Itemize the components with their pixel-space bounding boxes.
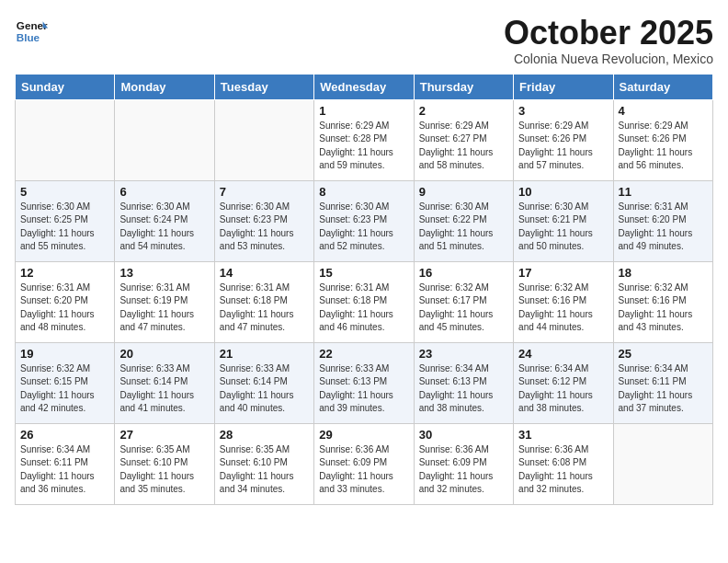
day-info: Sunrise: 6:29 AM Sunset: 6:26 PM Dayligh…: [619, 120, 708, 173]
day-number: 24: [518, 347, 608, 361]
day-info: Sunrise: 6:36 AM Sunset: 6:09 PM Dayligh…: [319, 443, 408, 497]
table-row: 17Sunrise: 6:32 AM Sunset: 6:16 PM Dayli…: [514, 261, 613, 342]
day-info: Sunrise: 6:31 AM Sunset: 6:18 PM Dayligh…: [220, 282, 309, 335]
day-info: Sunrise: 6:30 AM Sunset: 6:23 PM Dayligh…: [220, 201, 309, 254]
table-row: 30Sunrise: 6:36 AM Sunset: 6:09 PM Dayli…: [414, 423, 513, 504]
table-row: 6Sunrise: 6:30 AM Sunset: 6:24 PM Daylig…: [115, 180, 214, 261]
calendar-week-row: 12Sunrise: 6:31 AM Sunset: 6:20 PM Dayli…: [16, 261, 713, 342]
day-number: 26: [20, 428, 109, 442]
day-info: Sunrise: 6:30 AM Sunset: 6:21 PM Dayligh…: [518, 201, 608, 254]
calendar-table: Sunday Monday Tuesday Wednesday Thursday…: [15, 74, 713, 505]
day-number: 22: [319, 347, 408, 361]
day-info: Sunrise: 6:30 AM Sunset: 6:24 PM Dayligh…: [119, 201, 209, 254]
calendar-week-row: 26Sunrise: 6:34 AM Sunset: 6:11 PM Dayli…: [16, 423, 713, 504]
calendar-week-row: 5Sunrise: 6:30 AM Sunset: 6:25 PM Daylig…: [16, 180, 713, 261]
day-number: 29: [319, 428, 408, 442]
col-friday: Friday: [514, 74, 613, 99]
day-number: 28: [220, 428, 309, 442]
table-row: 7Sunrise: 6:30 AM Sunset: 6:23 PM Daylig…: [214, 180, 313, 261]
table-row: 26Sunrise: 6:34 AM Sunset: 6:11 PM Dayli…: [16, 423, 115, 504]
location-subtitle: Colonia Nueva Revolucion, Mexico: [504, 52, 713, 66]
table-row: [214, 99, 313, 180]
day-number: 31: [518, 428, 608, 442]
day-info: Sunrise: 6:36 AM Sunset: 6:08 PM Dayligh…: [518, 443, 608, 497]
day-number: 18: [619, 266, 708, 280]
table-row: [16, 99, 115, 180]
table-row: 22Sunrise: 6:33 AM Sunset: 6:13 PM Dayli…: [314, 342, 414, 423]
day-number: 21: [220, 347, 309, 361]
table-row: [613, 423, 712, 504]
table-row: 3Sunrise: 6:29 AM Sunset: 6:26 PM Daylig…: [514, 99, 613, 180]
table-row: 8Sunrise: 6:30 AM Sunset: 6:23 PM Daylig…: [314, 180, 414, 261]
col-wednesday: Wednesday: [314, 74, 414, 99]
logo: General Blue: [15, 15, 48, 48]
table-row: 16Sunrise: 6:32 AM Sunset: 6:17 PM Dayli…: [414, 261, 513, 342]
day-number: 20: [119, 347, 209, 361]
day-info: Sunrise: 6:30 AM Sunset: 6:22 PM Dayligh…: [419, 201, 508, 254]
table-row: 18Sunrise: 6:32 AM Sunset: 6:16 PM Dayli…: [613, 261, 712, 342]
day-number: 25: [619, 347, 708, 361]
table-row: 15Sunrise: 6:31 AM Sunset: 6:18 PM Dayli…: [314, 261, 414, 342]
day-info: Sunrise: 6:34 AM Sunset: 6:11 PM Dayligh…: [619, 362, 708, 416]
day-number: 6: [119, 185, 209, 199]
col-tuesday: Tuesday: [214, 74, 313, 99]
calendar-week-row: 19Sunrise: 6:32 AM Sunset: 6:15 PM Dayli…: [16, 342, 713, 423]
day-number: 1: [319, 104, 408, 118]
table-row: 27Sunrise: 6:35 AM Sunset: 6:10 PM Dayli…: [115, 423, 214, 504]
table-row: 5Sunrise: 6:30 AM Sunset: 6:25 PM Daylig…: [16, 180, 115, 261]
day-number: 14: [220, 266, 309, 280]
day-info: Sunrise: 6:33 AM Sunset: 6:14 PM Dayligh…: [220, 362, 309, 416]
day-info: Sunrise: 6:32 AM Sunset: 6:16 PM Dayligh…: [619, 282, 708, 335]
table-row: 19Sunrise: 6:32 AM Sunset: 6:15 PM Dayli…: [16, 342, 115, 423]
day-info: Sunrise: 6:32 AM Sunset: 6:16 PM Dayligh…: [518, 282, 608, 335]
day-info: Sunrise: 6:29 AM Sunset: 6:26 PM Dayligh…: [518, 120, 608, 173]
day-number: 3: [518, 104, 608, 118]
day-number: 27: [119, 428, 209, 442]
day-info: Sunrise: 6:33 AM Sunset: 6:13 PM Dayligh…: [319, 362, 408, 416]
col-thursday: Thursday: [414, 74, 513, 99]
day-info: Sunrise: 6:33 AM Sunset: 6:14 PM Dayligh…: [119, 362, 209, 416]
table-row: 21Sunrise: 6:33 AM Sunset: 6:14 PM Dayli…: [214, 342, 313, 423]
table-row: 23Sunrise: 6:34 AM Sunset: 6:13 PM Dayli…: [414, 342, 513, 423]
day-number: 17: [518, 266, 608, 280]
title-block: October 2025 Colonia Nueva Revolucion, M…: [504, 15, 713, 66]
page-header: General Blue October 2025 Colonia Nueva …: [15, 15, 713, 66]
logo-icon: General Blue: [15, 15, 48, 48]
day-info: Sunrise: 6:32 AM Sunset: 6:17 PM Dayligh…: [419, 282, 508, 335]
day-info: Sunrise: 6:30 AM Sunset: 6:23 PM Dayligh…: [319, 201, 408, 254]
table-row: 14Sunrise: 6:31 AM Sunset: 6:18 PM Dayli…: [214, 261, 313, 342]
day-number: 2: [419, 104, 508, 118]
day-number: 8: [319, 185, 408, 199]
table-row: 2Sunrise: 6:29 AM Sunset: 6:27 PM Daylig…: [414, 99, 513, 180]
table-row: 20Sunrise: 6:33 AM Sunset: 6:14 PM Dayli…: [115, 342, 214, 423]
day-number: 30: [419, 428, 508, 442]
month-title: October 2025: [504, 15, 713, 52]
calendar-header-row: Sunday Monday Tuesday Wednesday Thursday…: [16, 74, 713, 99]
day-number: 15: [319, 266, 408, 280]
day-info: Sunrise: 6:36 AM Sunset: 6:09 PM Dayligh…: [419, 443, 508, 497]
day-info: Sunrise: 6:31 AM Sunset: 6:19 PM Dayligh…: [119, 282, 209, 335]
day-number: 10: [518, 185, 608, 199]
day-info: Sunrise: 6:34 AM Sunset: 6:12 PM Dayligh…: [518, 362, 608, 416]
table-row: 31Sunrise: 6:36 AM Sunset: 6:08 PM Dayli…: [514, 423, 613, 504]
day-info: Sunrise: 6:31 AM Sunset: 6:18 PM Dayligh…: [319, 282, 408, 335]
day-info: Sunrise: 6:29 AM Sunset: 6:27 PM Dayligh…: [419, 120, 508, 173]
svg-text:Blue: Blue: [17, 31, 40, 43]
day-number: 12: [20, 266, 109, 280]
day-number: 16: [419, 266, 508, 280]
table-row: 10Sunrise: 6:30 AM Sunset: 6:21 PM Dayli…: [514, 180, 613, 261]
calendar-week-row: 1Sunrise: 6:29 AM Sunset: 6:28 PM Daylig…: [16, 99, 713, 180]
table-row: 25Sunrise: 6:34 AM Sunset: 6:11 PM Dayli…: [613, 342, 712, 423]
day-info: Sunrise: 6:29 AM Sunset: 6:28 PM Dayligh…: [319, 120, 408, 173]
day-number: 19: [20, 347, 109, 361]
day-info: Sunrise: 6:34 AM Sunset: 6:13 PM Dayligh…: [419, 362, 508, 416]
table-row: 24Sunrise: 6:34 AM Sunset: 6:12 PM Dayli…: [514, 342, 613, 423]
table-row: [115, 99, 214, 180]
day-info: Sunrise: 6:35 AM Sunset: 6:10 PM Dayligh…: [220, 443, 309, 497]
table-row: 1Sunrise: 6:29 AM Sunset: 6:28 PM Daylig…: [314, 99, 414, 180]
day-number: 5: [20, 185, 109, 199]
table-row: 9Sunrise: 6:30 AM Sunset: 6:22 PM Daylig…: [414, 180, 513, 261]
day-number: 7: [220, 185, 309, 199]
day-number: 11: [619, 185, 708, 199]
day-info: Sunrise: 6:31 AM Sunset: 6:20 PM Dayligh…: [20, 282, 109, 335]
